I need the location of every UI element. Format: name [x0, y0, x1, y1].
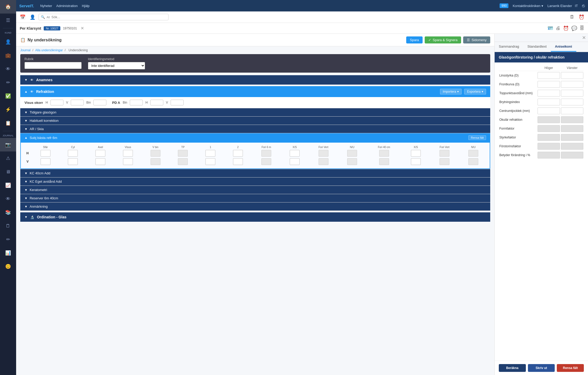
v-xs2[interactable] [411, 158, 421, 165]
patient-action-chat-icon[interactable]: 💬 [571, 26, 577, 31]
frontkurva-hoger[interactable] [538, 81, 560, 88]
centrum-hoger[interactable] [538, 107, 560, 114]
v-visus[interactable] [123, 158, 133, 165]
sidebar-warning-icon[interactable]: ⚠ [0, 151, 16, 165]
formfaktor-hoger[interactable] [538, 125, 560, 132]
h-vbin[interactable] [151, 150, 160, 157]
nav-nyheter[interactable]: Nyheter [40, 4, 52, 8]
formfaktor-vanster[interactable] [561, 125, 583, 132]
centrum-vanster[interactable] [561, 107, 583, 114]
visus-v-input[interactable] [71, 100, 84, 105]
accordion-kerato-header[interactable]: ▼ Keratometri [20, 186, 490, 194]
skriv-ut-button[interactable]: Skriv ut [528, 364, 555, 372]
sidebar-check-icon[interactable]: ✅ [0, 89, 16, 103]
sidebar-edit-icon[interactable]: ✏ [0, 233, 16, 246]
h-xs[interactable] [290, 150, 300, 157]
breadcrumb-alla[interactable]: Alla undersökningar [35, 48, 63, 52]
h-fori6m[interactable] [261, 150, 271, 157]
betyder-vanster[interactable] [561, 152, 583, 158]
linsstyrka-vanster[interactable] [561, 72, 583, 79]
nav-exit-icon[interactable]: ⎋ [582, 3, 585, 9]
v-fori6m[interactable] [261, 158, 271, 165]
accordion-subj-header[interactable]: ▲ Subj bästa refr 6m Rensa fält [20, 133, 490, 142]
visus-bin-input[interactable] [93, 100, 106, 105]
v-axel[interactable] [95, 158, 105, 165]
h-nu[interactable] [347, 150, 357, 157]
sidebar-bar-icon[interactable]: 📊 [0, 246, 16, 260]
accordion-kc40-header[interactable]: ▼ KC 40cm Add [20, 169, 490, 177]
h-nu2[interactable] [468, 150, 478, 157]
brytnings-hoger[interactable] [538, 99, 560, 105]
h-xs2[interactable] [411, 150, 421, 157]
pd-v-input[interactable] [171, 100, 184, 105]
sidebar-eye-icon[interactable]: 👁 [0, 62, 16, 76]
h-2[interactable] [233, 150, 243, 157]
search-input[interactable] [51, 15, 166, 19]
sidebar-camera-icon[interactable]: 📷 [0, 138, 16, 151]
patient-close-icon[interactable]: ✕ [81, 26, 84, 31]
h-forivert2[interactable] [440, 150, 449, 157]
breadcrumb-journal[interactable]: Journal [20, 48, 30, 52]
rensa-button[interactable]: Rensa fält [468, 135, 486, 140]
okulär-vanster[interactable] [561, 116, 583, 123]
v-2[interactable] [233, 158, 243, 165]
anamnes-header[interactable]: ▼ 👁 Anamnes [20, 75, 490, 85]
sidebar-face-icon[interactable]: 😊 [0, 260, 16, 273]
sidebar-chart-icon[interactable]: 📈 [0, 179, 16, 192]
v-forivert2[interactable] [440, 158, 449, 165]
sidebar-flash-icon[interactable]: ⚡ [0, 103, 16, 116]
toppunkts-hoger[interactable] [538, 90, 560, 97]
rensa-falt-button[interactable]: Rensa fält [557, 364, 584, 372]
sidebar-home-icon[interactable]: 🏠 [0, 0, 16, 14]
sidebar-pen-icon[interactable]: ✏ [0, 76, 16, 89]
patient-action-archive-icon[interactable]: 🗄 [580, 26, 584, 31]
sidebar-note-icon[interactable]: 🗒 [0, 219, 16, 233]
id-select[interactable]: Inte identifierad [88, 62, 145, 69]
tab-standardtext[interactable]: Standardtext [523, 42, 551, 52]
save-sign-button[interactable]: ✓ Spara & Signera [425, 36, 461, 43]
h-sfar[interactable] [41, 150, 50, 157]
frontkurva-vanster[interactable] [561, 81, 583, 88]
berakna-button[interactable]: Beräkna [499, 364, 526, 372]
v-cyl[interactable] [68, 158, 78, 165]
nav-hjalp[interactable]: Hjälp [82, 4, 90, 8]
toolbar-clock-icon[interactable]: ⏰ [578, 13, 585, 21]
linsstyrka-hoger[interactable] [538, 72, 560, 79]
toolbar-calendar2-icon[interactable]: 🗓 [569, 13, 576, 21]
patient-action-print-icon[interactable]: 🖨 [556, 26, 560, 31]
sidebar-monitor-icon[interactable]: 🖥 [0, 165, 16, 179]
v-vbin[interactable] [151, 158, 160, 165]
nav-administration[interactable]: Administration [56, 4, 77, 8]
forstorinsfaktor-vanster[interactable] [561, 143, 583, 150]
sidebar-clipboard-icon[interactable]: 📋 [0, 116, 16, 130]
ordination-header[interactable]: ▼ 🔬 Ordination - Glas [20, 212, 490, 222]
sidemeny-button[interactable]: ☰ Sidomeny [463, 36, 490, 43]
import-button[interactable]: Importera ▾ [440, 89, 462, 94]
betyder-hoger[interactable] [538, 152, 560, 158]
pd-h-input[interactable] [150, 100, 163, 105]
accordion-kceget-header[interactable]: ▼ KC Eget avstånd Add [20, 177, 490, 186]
h-cyl[interactable] [68, 150, 78, 157]
sidebar-books-icon[interactable]: 📚 [0, 206, 16, 219]
styrkefaktor-vanster[interactable] [561, 134, 583, 141]
sidebar-eye2-icon[interactable]: 👁 [0, 192, 16, 206]
v-nu2[interactable] [468, 158, 478, 165]
nav-clinic[interactable]: Kontaktlinskliniken ▾ [513, 4, 543, 8]
panel-close-icon[interactable]: ✕ [582, 35, 586, 41]
styrkefaktor-hoger[interactable] [538, 134, 560, 141]
tab-sammandrag[interactable]: Sammandrag [495, 42, 523, 52]
patient-action-id-icon[interactable]: 🪪 [547, 26, 553, 31]
v-sfar[interactable] [41, 158, 50, 165]
h-forivert[interactable] [319, 150, 328, 157]
v-nu[interactable] [347, 158, 357, 165]
accordion-reserver-header[interactable]: ▼ Reserver 6m 40cm [20, 194, 490, 202]
h-axel[interactable] [95, 150, 105, 157]
accordion-anm-header[interactable]: ▼ Anmärkning [20, 202, 490, 211]
v-xs[interactable] [290, 158, 300, 165]
sidebar-person-icon[interactable]: 👤 [0, 35, 16, 49]
v-forivert[interactable] [319, 158, 328, 165]
export-button[interactable]: Exportera ▾ [464, 89, 486, 94]
refraktion-header[interactable]: ▲ 👁 Refraktion Importera ▾ Exportera ▾ [20, 86, 490, 97]
v-tp[interactable] [178, 158, 188, 165]
sidebar-briefcase-icon[interactable]: 💼 [0, 49, 16, 62]
